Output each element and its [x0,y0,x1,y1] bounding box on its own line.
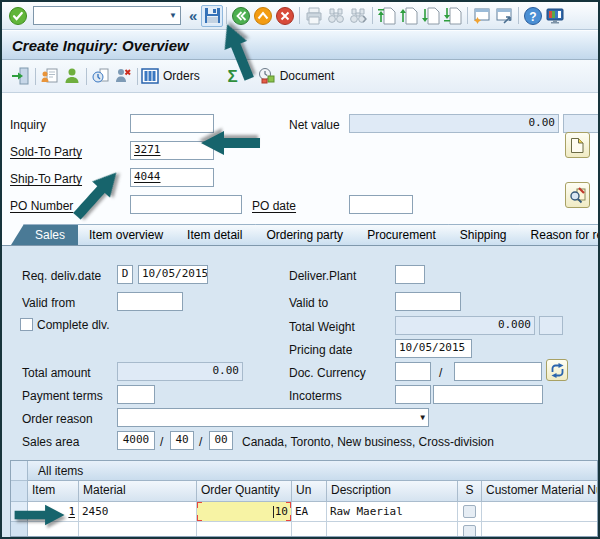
net-value-currency-field [563,114,599,133]
separator [35,68,36,85]
valid-to-field[interactable] [395,292,461,311]
application-toolbar: Orders Σ Document [2,60,598,93]
exit-icon[interactable] [252,5,274,27]
chevron-down-icon[interactable]: ▼ [169,12,177,20]
last-page-icon[interactable] [442,5,464,27]
col-header-material[interactable]: Material [79,481,197,502]
print-icon[interactable] [303,5,325,27]
chevron-down-icon[interactable]: ▼ [420,414,425,422]
ship-to-party-field[interactable]: 4044 [130,168,214,187]
first-page-icon[interactable] [376,5,398,27]
page-up-icon[interactable] [398,5,420,27]
svg-text:?: ? [530,9,537,23]
sales-org-field[interactable]: 4000 [117,431,155,450]
save-icon[interactable] [201,5,223,27]
order-quantity-cell[interactable] [197,522,292,537]
customer-material-cell[interactable] [482,502,598,522]
s-cell [458,522,482,537]
tab-reason-for-rejection[interactable]: Reason for rejection [507,224,600,245]
sold-to-party-label: Sold-To Party [10,145,82,159]
doc-currency-field[interactable] [395,362,431,381]
person-icon[interactable] [61,65,83,87]
po-date-field[interactable] [349,195,413,214]
person-reject-icon[interactable] [112,65,134,87]
business-partner-icon[interactable] [39,65,61,87]
order-reason-select[interactable]: ▼ [117,408,429,427]
table-title-bar: All items [28,461,597,481]
separator [226,7,227,24]
page-down-icon[interactable] [420,5,442,27]
separator [518,7,519,24]
pricing-date-field[interactable]: 10/05/2015 [395,339,472,358]
tab-procurement[interactable]: Procurement [343,224,449,245]
valid-to-label: Valid to [289,296,328,310]
valid-from-field[interactable] [117,292,183,311]
customize-layout-icon[interactable] [544,5,566,27]
title-bar: Create Inquiry: Overview [2,31,598,60]
description-cell[interactable] [327,522,458,537]
col-header-order-quantity[interactable]: Order Quantity [197,481,292,502]
separator [86,68,87,85]
po-number-field[interactable] [130,195,242,214]
payment-terms-label: Payment terms [22,389,103,403]
collapse-chevron-icon[interactable]: « [185,7,201,24]
help-icon[interactable]: ? [522,5,544,27]
command-field[interactable]: ▼ [33,6,181,25]
pricing-date-label: Pricing date [289,343,352,357]
separator [467,7,468,24]
col-header-item[interactable]: Item [28,481,79,502]
material-cell[interactable]: 2450 [79,502,197,522]
cancel-icon[interactable] [274,5,296,27]
incoterms-location-field[interactable] [433,385,543,404]
tab-sales[interactable]: Sales [11,224,78,245]
net-value-field: 0.00 [349,114,559,133]
continue-check-icon[interactable] [7,5,29,27]
col-header-un[interactable]: Un [292,481,327,502]
find-icon[interactable] [325,5,347,27]
orders-button[interactable]: Orders [141,68,200,84]
doc-currency-rate-field[interactable] [454,362,542,381]
complete-dlv-checkbox[interactable] [20,318,33,331]
s-checkbox[interactable] [463,505,476,518]
sales-area-label: Sales area [22,435,79,449]
total-amount-field: 0.00 [117,362,243,381]
text-cursor [273,506,274,518]
req-deliv-date-field[interactable]: 10/05/2015 [138,265,208,284]
create-shortcut-icon[interactable] [493,5,515,27]
orders-button-label: Orders [163,69,200,83]
incoterms-field[interactable] [395,385,431,404]
inquiry-label: Inquiry [10,118,46,132]
tab-item-overview[interactable]: Item overview [65,224,176,245]
tab-item-detail[interactable]: Item detail [163,224,255,245]
deliver-plant-field[interactable] [395,265,425,284]
division-field[interactable]: 00 [209,431,233,450]
description-cell[interactable]: Raw Maerial [327,502,458,522]
distribution-channel-field[interactable]: 40 [170,431,194,450]
table-header-row: Item Material Order Quantity Un Descript… [28,481,597,502]
req-deliv-date-code-field[interactable]: D [117,265,133,284]
s-checkbox[interactable] [463,525,476,537]
col-header-customer-material[interactable]: Customer Material Number [482,481,598,502]
payment-terms-field[interactable] [117,385,155,404]
find-next-icon[interactable] [347,5,369,27]
header-details-button[interactable] [565,182,590,208]
tab-ordering-party[interactable]: Ordering party [242,224,356,245]
order-quantity-cell[interactable]: 10 [197,502,292,522]
new-session-icon[interactable] [471,5,493,27]
unit-cell[interactable]: EA [292,502,327,522]
valid-from-label: Valid from [22,296,75,310]
exit-to-document-icon[interactable] [10,65,32,87]
customer-material-cell[interactable] [482,522,598,537]
col-header-s[interactable]: S [458,481,482,502]
unit-cell[interactable] [292,522,327,537]
col-header-description[interactable]: Description [327,481,458,502]
material-cell[interactable] [79,522,197,537]
exchange-rate-button[interactable] [546,359,568,381]
document-clock-icon[interactable] [90,65,112,87]
sales-area-description: Canada, Toronto, New business, Cross-div… [242,435,494,449]
document-button[interactable]: Document [258,67,335,85]
standard-toolbar: ▼ « [2,2,598,30]
orders-grid-icon [141,68,159,84]
total-weight-unit-field [539,316,563,335]
create-document-button[interactable] [565,132,590,158]
